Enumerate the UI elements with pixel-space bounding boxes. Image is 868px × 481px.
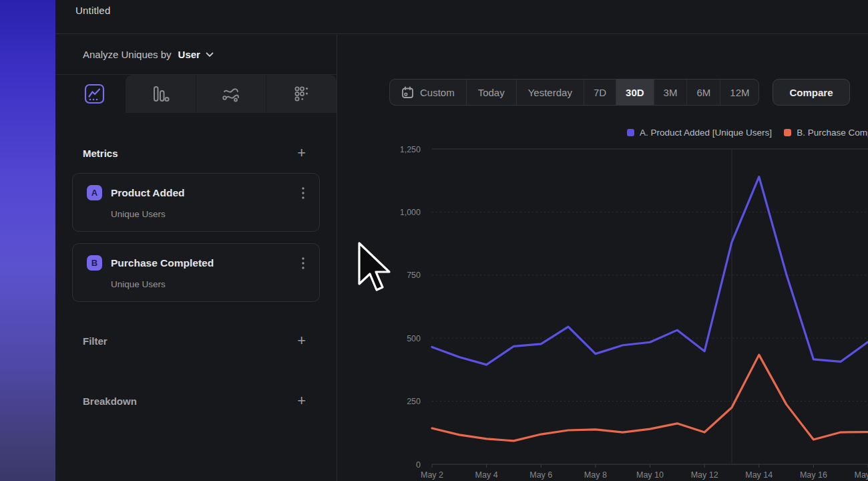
analyze-by-value: User (178, 49, 200, 60)
app-window: Untitled Analyze Uniques by User (55, 0, 868, 481)
breakdown-header: Breakdown + (83, 393, 306, 409)
svg-text:May 2: May 2 (421, 470, 443, 480)
svg-text:May 18: May 18 (855, 470, 868, 480)
add-metric-button[interactable]: + (297, 146, 306, 160)
legend-item-a[interactable]: A. Product Added [Unique Users] (627, 128, 772, 138)
view-tab-strip (63, 75, 337, 113)
background-gradient (0, 0, 55, 481)
svg-text:May 12: May 12 (691, 470, 718, 480)
range-custom[interactable]: Custom (390, 79, 466, 105)
tab-bar-chart[interactable] (126, 75, 196, 113)
chart-legend: A. Product Added [Unique Users] B. Purch… (627, 128, 868, 138)
chart-svg[interactable]: 02505007501,0001,250May 2May 4May 6May 8… (401, 140, 868, 481)
svg-text:0: 0 (416, 460, 421, 470)
date-range-control: Custom Today Yesterday 7D 30D 3M 6M 12M (389, 79, 759, 106)
kebab-icon (302, 257, 304, 269)
svg-text:1,000: 1,000 (401, 208, 421, 217)
calendar-icon (401, 86, 414, 99)
tab-flows[interactable] (196, 75, 266, 113)
kebab-icon (302, 187, 304, 199)
svg-text:May 8: May 8 (584, 470, 607, 480)
chart-grid (432, 149, 868, 468)
svg-text:1,250: 1,250 (401, 145, 421, 154)
metric-menu-button[interactable] (300, 186, 306, 200)
add-breakdown-button[interactable]: + (297, 394, 306, 408)
legend-swatch-b (784, 129, 791, 136)
svg-text:750: 750 (407, 271, 421, 280)
flows-icon (220, 84, 242, 105)
app-screen: Untitled Analyze Uniques by User (0, 0, 868, 481)
metric-badge-b: B (87, 255, 102, 271)
svg-text:May 6: May 6 (529, 470, 552, 480)
svg-text:May 14: May 14 (745, 470, 773, 480)
report-title[interactable]: Untitled (75, 5, 110, 16)
view-tab-group (126, 75, 337, 113)
metrics-title: Metrics (83, 148, 118, 159)
filter-title: Filter (83, 335, 107, 347)
svg-text:May 10: May 10 (636, 470, 664, 480)
chevron-down-icon (206, 52, 214, 57)
svg-text:May 4: May 4 (475, 470, 498, 480)
legend-label-a: A. Product Added [Unique Users] (640, 128, 772, 138)
analyze-by-dropdown[interactable]: User (178, 49, 214, 60)
metric-subtitle: Unique Users (111, 279, 306, 289)
legend-swatch-a (627, 129, 634, 136)
filter-header: Filter + (83, 333, 306, 349)
metric-name: Product Added (111, 187, 300, 199)
date-range-bar: Custom Today Yesterday 7D 30D 3M 6M 12M … (389, 79, 850, 106)
analyze-row: Analyze Uniques by User (55, 35, 337, 75)
tab-line-chart[interactable] (63, 75, 126, 113)
metric-name: Purchase Completed (111, 257, 300, 269)
svg-text:250: 250 (407, 397, 421, 406)
range-3m[interactable]: 3M (654, 79, 687, 105)
analyze-label: Analyze Uniques by (83, 49, 172, 60)
legend-label-b: B. Purchase Completed [Unique Users] (797, 128, 868, 138)
range-6m[interactable]: 6M (686, 79, 720, 105)
svg-text:500: 500 (407, 334, 421, 343)
svg-text:May 16: May 16 (800, 470, 827, 480)
range-yesterday[interactable]: Yesterday (516, 79, 584, 105)
metric-card-b[interactable]: B Purchase Completed Unique Users (72, 243, 320, 302)
range-today[interactable]: Today (466, 79, 516, 105)
chart-area: Custom Today Yesterday 7D 30D 3M 6M 12M … (337, 35, 868, 481)
range-30d[interactable]: 30D (616, 79, 654, 105)
add-filter-button[interactable]: + (297, 334, 306, 347)
bar-chart-icon (150, 84, 171, 104)
metric-badge-a: A (87, 185, 102, 200)
breakdown-title: Breakdown (83, 395, 137, 407)
range-12m[interactable]: 12M (720, 79, 758, 105)
compare-button[interactable]: Compare (773, 79, 849, 106)
tab-grid[interactable] (266, 75, 337, 113)
metrics-header: Metrics + (83, 145, 306, 161)
range-7d[interactable]: 7D (584, 79, 616, 105)
line-chart-icon (84, 84, 105, 104)
dots-grid-icon (291, 84, 312, 104)
metric-menu-button[interactable] (300, 256, 306, 271)
legend-item-b[interactable]: B. Purchase Completed [Unique Users] (784, 128, 868, 138)
metric-card-a[interactable]: A Product Added Unique Users (72, 173, 320, 232)
range-custom-label: Custom (420, 87, 455, 98)
query-panel: Analyze Uniques by User (55, 35, 337, 481)
titlebar: Untitled (55, 0, 868, 34)
metric-subtitle: Unique Users (111, 209, 306, 219)
